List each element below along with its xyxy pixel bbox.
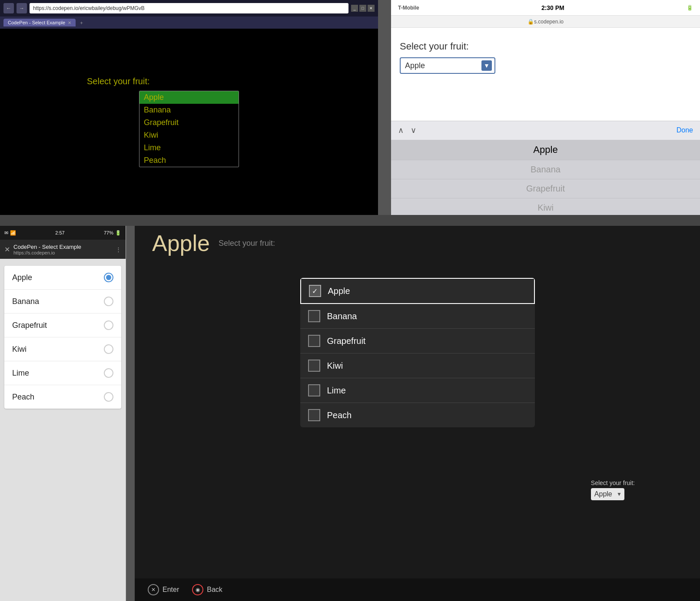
- android-radio-circle-banana: [104, 297, 113, 306]
- ios-fruit-select[interactable]: Apple Banana Grapefruit Kiwi Lime Peach: [400, 57, 495, 74]
- android-time: 2:57: [55, 230, 64, 235]
- android-fruit-label-kiwi: Kiwi: [12, 345, 27, 354]
- option-banana[interactable]: Banana: [139, 104, 239, 116]
- android-battery-icon: 🔋: [115, 230, 121, 236]
- android-radio-inner-apple: [106, 275, 111, 280]
- tv-back-button[interactable]: ◉ Back: [192, 584, 222, 595]
- android-statusbar: ✉ 📶 2:57 77% 🔋: [0, 226, 126, 240]
- tv-check-item-grapefruit[interactable]: Grapefruit: [300, 329, 535, 353]
- ios-select-label: Select your fruit:: [400, 41, 691, 52]
- ios-picker-done-button[interactable]: Done: [677, 126, 693, 134]
- android-menu-icon[interactable]: ⋮: [116, 246, 121, 253]
- ios-picker-item-kiwi[interactable]: Kiwi: [391, 198, 700, 215]
- android-panel: ✉ 📶 2:57 77% 🔋 ✕ CodePen - Select Exampl…: [0, 226, 126, 601]
- window-controls: _ □ ✕: [351, 5, 375, 12]
- tv-check-item-apple[interactable]: ✓ Apple: [300, 278, 535, 304]
- option-peach[interactable]: Peach: [139, 154, 239, 167]
- minimize-button[interactable]: _: [351, 5, 358, 12]
- desktop-browser-panel: ← → _ □ ✕ CodePen - Select Example ✕ ＋ S…: [0, 0, 378, 215]
- url-bar[interactable]: [30, 3, 348, 13]
- tv-bottom-bar: ✕ Enter ◉ Back: [135, 578, 700, 601]
- ios-lock-icon: 🔒: [527, 19, 534, 25]
- ios-picker-item-grapefruit[interactable]: Grapefruit: [391, 179, 700, 198]
- android-radio-circle-kiwi: [104, 344, 113, 354]
- tv-content: ✓ Apple Banana Grapefruit Kiwi Lime: [135, 261, 700, 578]
- forward-button[interactable]: →: [17, 3, 27, 13]
- ios-select-wrapper: Apple Banana Grapefruit Kiwi Lime Peach …: [400, 57, 495, 74]
- tv-enter-icon: ✕: [148, 584, 159, 595]
- tv-check-item-kiwi[interactable]: Kiwi: [300, 353, 535, 378]
- ios-picker-items: Apple Banana Grapefruit Kiwi: [391, 140, 700, 215]
- option-apple[interactable]: Apple: [139, 91, 239, 104]
- android-browser-close-button[interactable]: ✕: [4, 245, 10, 254]
- tv-check-item-banana[interactable]: Banana: [300, 304, 535, 329]
- android-message-icon: ✉: [4, 230, 8, 236]
- option-kiwi[interactable]: Kiwi: [139, 129, 239, 142]
- ios-picker-item-banana[interactable]: Banana: [391, 160, 700, 179]
- tv-select-panel: ✓ Apple Banana Grapefruit Kiwi Lime: [300, 278, 535, 427]
- ios-picker-down-button[interactable]: ∨: [411, 125, 416, 135]
- ios-picker-wheel[interactable]: Apple Banana Grapefruit Kiwi: [391, 140, 700, 215]
- tv-checkbox-apple: ✓: [309, 285, 321, 297]
- ios-picker-toolbar: ∧ ∨ Done: [391, 121, 700, 140]
- android-radio-circle-peach: [104, 392, 113, 402]
- ios-time: 2:30 PM: [541, 4, 564, 11]
- android-battery-pct: 77%: [104, 230, 113, 235]
- tv-enter-label: Enter: [163, 586, 179, 594]
- tv-check-item-lime[interactable]: Lime: [300, 378, 535, 403]
- tv-fruit-label-banana: Banana: [327, 311, 357, 321]
- android-radio-apple[interactable]: Apple: [4, 266, 121, 290]
- option-lime[interactable]: Lime: [139, 142, 239, 154]
- tv-overlay-container: Select your fruit: Apple ▼: [591, 479, 635, 500]
- back-button[interactable]: ←: [3, 3, 14, 13]
- tv-check-item-peach[interactable]: Peach: [300, 403, 535, 427]
- android-radio-circle-grapefruit: [104, 320, 113, 330]
- android-radio-lime[interactable]: Lime: [4, 361, 121, 385]
- tv-enter-button[interactable]: ✕ Enter: [148, 584, 179, 595]
- maximize-button[interactable]: □: [359, 5, 366, 12]
- android-radio-circle-apple: [104, 273, 113, 282]
- tv-subtitle: Select your fruit:: [219, 239, 275, 248]
- android-radio-list: Apple Banana Grapefruit Kiwi Lime Peach: [4, 266, 121, 409]
- tv-back-icon: ◉: [192, 584, 203, 595]
- ios-picker-nav: ∧ ∨: [398, 125, 416, 135]
- desktop-select-label: Select your fruit:: [87, 76, 150, 86]
- tv-title: Apple: [152, 230, 210, 256]
- ios-carrier: T-Mobile: [398, 5, 419, 11]
- android-fruit-label-apple: Apple: [12, 273, 32, 282]
- browser-tab-active[interactable]: CodePen - Select Example ✕: [3, 19, 76, 26]
- ios-picker-item-apple[interactable]: Apple: [391, 140, 700, 160]
- vertical-divider-bottom: [126, 226, 135, 601]
- tv-overlay-arrow-icon: ▼: [617, 491, 622, 497]
- tv-checkbox-lime: [308, 384, 320, 396]
- android-page-url: https://s.codepen.io: [13, 250, 112, 255]
- android-radio-kiwi[interactable]: Kiwi: [4, 337, 121, 361]
- android-radio-peach[interactable]: Peach: [4, 385, 121, 409]
- ios-picker-up-button[interactable]: ∧: [398, 125, 404, 135]
- tv-checkmark-apple: ✓: [312, 287, 318, 295]
- desktop-fruit-listbox[interactable]: Apple Banana Grapefruit Kiwi Lime Peach: [139, 91, 239, 167]
- ios-battery: 🔋: [687, 5, 693, 11]
- tv-fruit-label-lime: Lime: [327, 386, 346, 396]
- tv-back-label: Back: [207, 586, 222, 594]
- tv-checkbox-peach: [308, 409, 320, 421]
- ios-site-url: s.codepen.io: [534, 19, 564, 25]
- browser-content: Select your fruit: Apple Banana Grapefru…: [0, 29, 378, 215]
- android-radio-banana[interactable]: Banana: [4, 290, 121, 314]
- browser-tab-bar: CodePen - Select Example ✕ ＋: [0, 17, 378, 29]
- option-grapefruit[interactable]: Grapefruit: [139, 116, 239, 129]
- new-tab-icon[interactable]: ＋: [79, 20, 84, 26]
- android-fruit-label-lime: Lime: [12, 369, 29, 378]
- tv-overlay-select[interactable]: Apple ▼: [591, 488, 624, 500]
- ios-address-bar: 🔒 s.codepen.io: [391, 16, 700, 28]
- tab-close-icon[interactable]: ✕: [68, 20, 71, 25]
- android-radio-grapefruit[interactable]: Grapefruit: [4, 314, 121, 337]
- close-button[interactable]: ✕: [368, 5, 375, 12]
- ios-content: Select your fruit: Apple Banana Grapefru…: [391, 28, 700, 121]
- android-wifi-icon: 📶: [10, 230, 16, 236]
- tv-panel: Apple Select your fruit: ✓ Apple Banana …: [135, 226, 700, 601]
- browser-titlebar: ← → _ □ ✕: [0, 0, 378, 17]
- ios-statusbar: T-Mobile 2:30 PM 🔋: [391, 0, 700, 16]
- android-fruit-label-banana: Banana: [12, 297, 39, 306]
- tv-checkbox-banana: [308, 310, 320, 322]
